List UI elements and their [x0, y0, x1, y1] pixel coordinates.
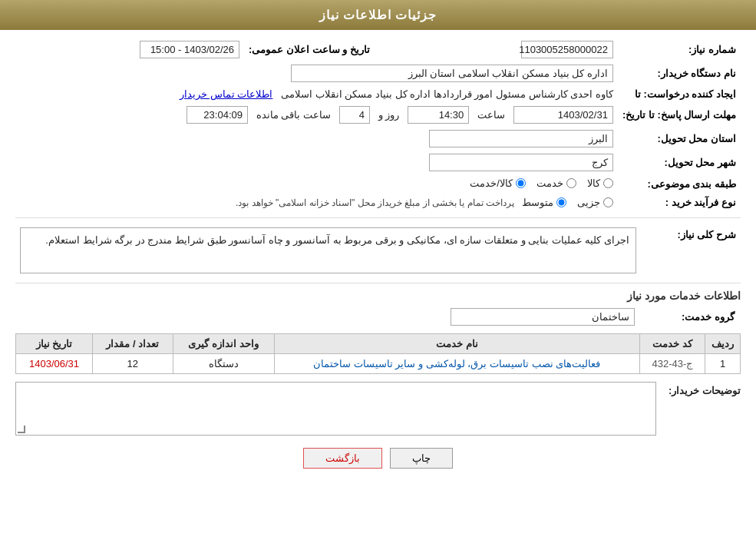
radio-motavaset-input[interactable]	[556, 197, 566, 207]
province-label: استان محل تحویل:	[618, 127, 741, 151]
reply-date: 1403/02/31	[513, 106, 613, 124]
radio-kala-khadamat-input[interactable]	[516, 178, 526, 188]
radio-kala-khadamat[interactable]: کالا/خدمت	[470, 177, 526, 189]
radio-jozvi[interactable]: جزیی	[577, 197, 613, 208]
announce-datetime-value: 1403/02/26 - 15:00	[15, 38, 244, 61]
print-button[interactable]: چاپ	[390, 448, 453, 469]
category-radio-group: کالا خدمت کالا/خدمت	[470, 177, 613, 189]
province-value: البرز	[15, 127, 618, 151]
days-value: 4	[339, 106, 370, 124]
radio-motavaset[interactable]: متوسط	[522, 197, 566, 208]
resize-handle[interactable]	[18, 426, 25, 433]
days-label: روز و	[378, 109, 400, 121]
need-number-label: شماره نیاز:	[618, 38, 741, 61]
buttons-row: چاپ بازگشت	[15, 448, 741, 469]
city-value: کرج	[15, 151, 618, 174]
process-label: نوع فرآیند خرید :	[618, 194, 741, 211]
page-title: جزئیات اطلاعات نیاز	[319, 8, 437, 22]
reply-deadline-label: مهلت ارسال پاسخ: تا تاریخ:	[618, 103, 741, 127]
reply-time: 14:30	[408, 106, 469, 124]
process-radio-group: جزیی متوسط	[522, 197, 613, 208]
need-number-value: 1103005258000022	[405, 38, 618, 61]
service-group-label: گروه خدمت:	[641, 305, 741, 329]
remaining-time: 23:04:09	[187, 106, 248, 124]
creator-value: کاوه احدی کارشناس مسئول امور قراردادها ا…	[15, 85, 618, 103]
radio-jozvi-input[interactable]	[603, 197, 613, 207]
cell-date: 1403/06/31	[16, 354, 93, 374]
cell-radif: 1	[705, 354, 741, 374]
col-count: تعداد / مقدار	[93, 334, 173, 354]
cell-unit: دستگاه	[173, 354, 274, 374]
col-radif: ردیف	[705, 334, 741, 354]
radio-kala-input[interactable]	[603, 178, 613, 188]
contact-info-link[interactable]: اطلاعات تماس خریدار	[180, 88, 272, 100]
service-group-value: ساختمان	[15, 305, 641, 329]
reply-time-label: ساعت	[477, 109, 505, 121]
back-button[interactable]: بازگشت	[303, 448, 382, 469]
cell-code: ج-43-432	[639, 354, 705, 374]
process-note: پرداخت تمام یا بخشی از مبلغ خریداز محل "…	[236, 197, 514, 208]
radio-khadamat[interactable]: خدمت	[536, 177, 576, 189]
category-label: طبقه بندی موضوعی:	[618, 174, 741, 194]
creator-label: ایجاد کننده درخواست: تا	[618, 85, 741, 103]
remaining-label: ساعت باقی مانده	[256, 109, 331, 121]
buyer-org-label: نام دستگاه خریدار:	[618, 61, 741, 85]
buyer-comments-box[interactable]	[15, 382, 656, 436]
col-code: کد خدمت	[639, 334, 705, 354]
col-name: نام خدمت	[274, 334, 639, 354]
cell-count: 12	[93, 354, 173, 374]
radio-kala[interactable]: کالا	[587, 177, 613, 189]
col-unit: واحد اندازه گیری	[173, 334, 274, 354]
announce-datetime-label: تاریخ و ساعت اعلان عمومی:	[244, 38, 375, 61]
services-table: ردیف کد خدمت نام خدمت واحد اندازه گیری ت…	[15, 333, 741, 374]
cell-name: فعالیت‌های نصب تاسیسات برق، لوله‌کشی و س…	[274, 354, 639, 374]
city-label: شهر محل تحویل:	[618, 151, 741, 174]
buyer-comments-label: توضیحات خریدار:	[664, 382, 741, 396]
radio-khadamat-input[interactable]	[566, 178, 576, 188]
services-title: اطلاعات خدمات مورد نیاز	[15, 290, 741, 302]
buyer-org-value: اداره کل بنیاد مسکن انقلاب اسلامی استان …	[15, 61, 618, 85]
page-header: جزئیات اطلاعات نیاز	[0, 0, 756, 30]
col-date: تاریخ نیاز	[16, 334, 93, 354]
description-box: اجرای کلیه عملیات بنایی و متعلقات سازه ا…	[20, 227, 636, 273]
description-label: شرح کلی نیاز:	[641, 224, 741, 277]
table-row: 1 ج-43-432 فعالیت‌های نصب تاسیسات برق، ل…	[16, 354, 741, 374]
